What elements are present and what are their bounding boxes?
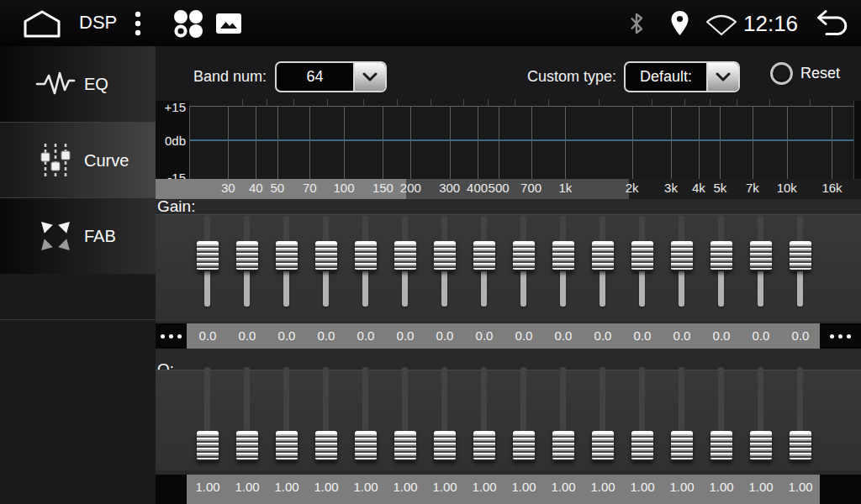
slider-thumb[interactable]	[197, 241, 219, 271]
gain-slider[interactable]	[671, 216, 693, 307]
gain-slider[interactable]	[552, 216, 574, 307]
slider-thumb[interactable]	[513, 431, 535, 461]
sidebar-item-eq[interactable]: EQ	[0, 46, 156, 122]
gain-slider[interactable]	[276, 216, 298, 307]
q-slider[interactable]	[197, 367, 219, 459]
gain-slider[interactable]	[315, 216, 337, 307]
kebab-menu-icon[interactable]	[134, 10, 142, 37]
slider-thumb[interactable]	[197, 431, 219, 461]
reset-button[interactable]: Reset	[770, 62, 840, 85]
slider-thumb[interactable]	[552, 241, 574, 271]
slider-thumb[interactable]	[276, 431, 298, 461]
q-slider[interactable]	[355, 367, 377, 459]
slider-thumb[interactable]	[355, 241, 377, 271]
slider-thumb[interactable]	[710, 241, 732, 271]
freq-tick-label: 2k	[611, 181, 653, 195]
slider-thumb[interactable]	[315, 431, 337, 461]
slider-thumb[interactable]	[631, 431, 653, 461]
freq-minor-tick	[488, 99, 489, 106]
gain-value: 0.0	[228, 323, 267, 349]
sidebar-item-curve[interactable]: Curve	[0, 122, 156, 198]
freq-gridline	[344, 106, 345, 179]
q-slider[interactable]	[236, 367, 258, 459]
slider-thumb[interactable]	[631, 241, 653, 271]
gain-value: 0.0	[307, 323, 346, 349]
slider-thumb[interactable]	[790, 431, 811, 461]
q-slider[interactable]	[473, 367, 495, 459]
gain-slider[interactable]	[750, 216, 772, 307]
slider-thumb[interactable]	[473, 431, 495, 461]
freq-minor-tick	[710, 99, 710, 106]
gallery-icon[interactable]	[216, 13, 241, 34]
slider-thumb[interactable]	[592, 241, 614, 271]
gain-slider[interactable]	[355, 216, 377, 307]
slider-thumb[interactable]	[671, 241, 693, 271]
q-slider[interactable]	[671, 367, 693, 459]
gain-slider[interactable]	[394, 216, 416, 307]
q-slider[interactable]	[394, 367, 416, 459]
slider-thumb[interactable]	[236, 241, 258, 271]
gain-slider[interactable]	[710, 216, 732, 307]
slider-thumb[interactable]	[434, 241, 456, 271]
slider-thumb[interactable]	[355, 431, 377, 461]
more-bands-right-button[interactable]	[820, 475, 861, 504]
slider-thumb[interactable]	[671, 431, 693, 461]
freq-gridline	[277, 106, 278, 179]
band-num-dropdown[interactable]: 64	[275, 61, 387, 92]
freq-tick-label: 100	[323, 181, 365, 195]
gain-slider[interactable]	[513, 216, 535, 307]
custom-type-value: Default:	[626, 63, 706, 91]
q-value: 1.00	[465, 475, 504, 500]
slider-thumb[interactable]	[790, 241, 811, 271]
slider-thumb[interactable]	[434, 431, 456, 461]
q-slider[interactable]	[790, 367, 811, 459]
gain-slider[interactable]	[434, 216, 456, 307]
gain-slider[interactable]	[592, 216, 614, 307]
plot-left-border	[189, 106, 190, 179]
q-slider[interactable]	[592, 367, 614, 459]
apps-clover-icon[interactable]	[171, 9, 206, 38]
q-slider[interactable]	[513, 367, 535, 459]
gain-slider[interactable]	[197, 216, 219, 307]
q-slider[interactable]	[750, 367, 772, 459]
slider-thumb[interactable]	[315, 241, 337, 271]
slider-thumb[interactable]	[276, 241, 298, 271]
slider-thumb[interactable]	[750, 241, 772, 271]
q-slider[interactable]	[552, 367, 574, 459]
slider-thumb[interactable]	[513, 241, 535, 271]
freq-minor-tick	[515, 99, 515, 106]
slider-thumb[interactable]	[394, 241, 416, 271]
sidebar-item-fab[interactable]: FAB	[0, 197, 156, 274]
gain-slider[interactable]	[236, 216, 258, 307]
slider-thumb[interactable]	[473, 241, 495, 271]
divider	[0, 319, 156, 320]
home-icon[interactable]	[22, 9, 62, 38]
q-value: 1.00	[386, 475, 425, 500]
q-slider[interactable]	[315, 367, 337, 459]
slider-thumb[interactable]	[236, 431, 258, 461]
q-slider[interactable]	[710, 367, 732, 459]
q-slider[interactable]	[631, 367, 653, 459]
more-bands-left-button[interactable]	[156, 475, 187, 504]
freq-gridline	[450, 106, 451, 179]
slider-thumb[interactable]	[750, 431, 772, 461]
gain-slider[interactable]	[473, 216, 495, 307]
sidebar: EQ Curve	[0, 46, 156, 504]
frequency-scroll-strip[interactable]: 304050701001502003004005007001k2k3k4k5k7…	[156, 179, 861, 199]
freq-minor-tick	[430, 99, 431, 106]
more-bands-left-button[interactable]	[156, 323, 187, 349]
slider-thumb[interactable]	[592, 431, 614, 461]
slider-thumb[interactable]	[710, 431, 732, 461]
waveform-icon	[34, 71, 77, 97]
slider-thumb[interactable]	[552, 431, 574, 461]
q-slider[interactable]	[434, 367, 456, 459]
reset-radio-icon	[770, 62, 793, 85]
more-bands-right-button[interactable]	[820, 323, 861, 349]
freq-gridline	[671, 106, 672, 179]
custom-type-dropdown[interactable]: Default:	[624, 61, 740, 92]
gain-slider[interactable]	[790, 216, 811, 307]
gain-slider[interactable]	[631, 216, 653, 307]
slider-thumb[interactable]	[394, 431, 416, 461]
back-return-icon[interactable]	[809, 10, 851, 36]
q-slider[interactable]	[276, 367, 298, 459]
